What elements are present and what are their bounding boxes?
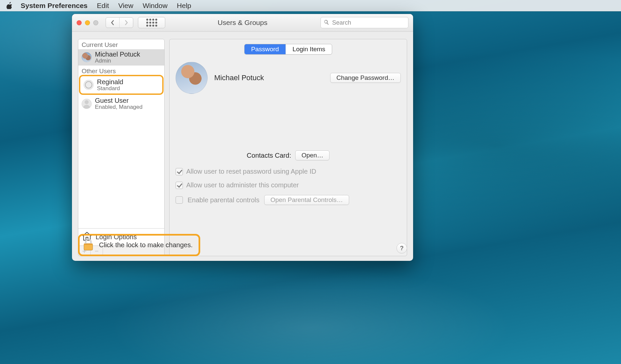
menubar-item-help[interactable]: Help [177,2,191,10]
help-icon: ? [400,245,404,252]
change-password-button[interactable]: Change Password… [330,73,401,83]
profile-display-name: Michael Potuck [214,74,323,82]
tab-group: Password Login Items [244,44,332,55]
grid-icon [146,19,157,27]
option-parental-controls: Enable parental controls Open Parental C… [176,195,401,205]
user-name: Reginald [97,78,123,86]
search-input[interactable] [331,19,410,27]
user-role: Admin [95,58,140,64]
user-name: Guest User [95,97,143,104]
user-row-current[interactable]: Michael Potuck Admin [78,49,164,66]
section-header-current-user: Current User [78,39,164,49]
main-panel: Password Login Items Michael Potuck Chan… [169,39,407,256]
window-minimize-button[interactable] [85,20,90,25]
option-reset-apple-id: Allow user to reset password using Apple… [176,168,401,175]
menubar-app-name[interactable]: System Preferences [21,2,88,10]
nav-back-button[interactable] [106,18,119,28]
traffic-lights [77,20,98,25]
contacts-card-label: Contacts Card: [247,152,291,159]
window-close-button[interactable] [77,20,82,25]
option-label: Allow user to administer this computer [186,181,299,189]
user-role: Enabled, Managed [95,104,143,110]
avatar-icon [84,80,94,90]
checkbox-icon [176,196,183,204]
user-list: Current User Michael Potuck Admin Other … [78,39,165,246]
menubar-item-window[interactable]: Window [143,2,168,10]
preferences-window: Users & Groups Current User Michael Potu… [72,14,413,261]
lock-area: Click the lock to make changes. [78,234,200,256]
lock-text: Click the lock to make changes. [99,241,193,249]
search-field-wrap[interactable] [320,17,408,28]
menubar-item-view[interactable]: View [118,2,133,10]
profile-avatar[interactable] [176,62,208,94]
annotation-highlight-lock: Click the lock to make changes. [78,234,200,256]
search-icon [323,19,331,26]
window-titlebar: Users & Groups [72,14,413,32]
apple-menu-icon[interactable] [6,2,13,9]
avatar-icon [82,99,92,109]
window-zoom-button [93,20,98,25]
option-label: Allow user to reset password using Apple… [186,168,316,175]
user-row-guest[interactable]: Guest User Enabled, Managed [78,95,164,112]
annotation-highlight-user: Reginald Standard [79,75,164,95]
menubar-item-edit[interactable]: Edit [97,2,109,10]
section-header-other-users: Other Users [78,66,164,76]
nav-forward-button [119,18,133,28]
checkbox-icon [176,182,183,189]
open-contacts-button[interactable]: Open… [295,150,329,160]
help-button[interactable]: ? [396,243,407,254]
tab-password[interactable]: Password [245,44,286,54]
show-all-button[interactable] [138,17,165,28]
option-label: Enable parental controls [188,196,260,204]
option-administer: Allow user to administer this computer [176,181,401,189]
open-parental-controls-button: Open Parental Controls… [264,195,349,205]
menubar: System Preferences Edit View Window Help [0,0,621,11]
tab-login-items[interactable]: Login Items [286,44,332,54]
checkbox-icon [176,168,183,175]
user-name: Michael Potuck [95,51,140,58]
avatar-icon [82,52,92,62]
svg-rect-1 [84,244,93,245]
lock-icon[interactable] [82,238,94,252]
nav-back-forward [106,17,133,28]
user-row-reginald[interactable]: Reginald Standard [80,77,162,93]
user-role: Standard [97,86,123,92]
users-sidebar: Current User Michael Potuck Admin Other … [78,39,165,256]
